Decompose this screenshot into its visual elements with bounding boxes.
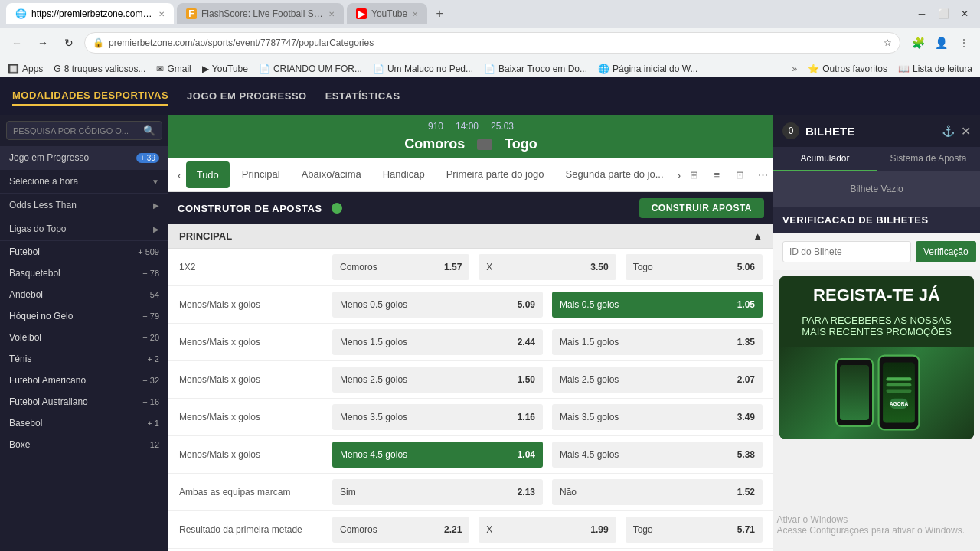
sidebar-item-odds-less[interactable]: Odds Less Than ▶ <box>0 194 168 217</box>
reload-button[interactable]: ↻ <box>58 32 80 54</box>
tab-3[interactable]: ▶ YouTube ✕ <box>347 3 427 24</box>
tab-handicap[interactable]: Handicap <box>372 161 436 189</box>
odds-menos-1-5[interactable]: Menos 1.5 golos 2.44 <box>332 329 543 355</box>
bookmark-google[interactable]: G 8 truques valiosos... <box>54 64 145 74</box>
tab-abaixo[interactable]: Abaixo/acima <box>291 161 372 189</box>
close-window-button[interactable]: ✕ <box>956 5 974 23</box>
star-icon[interactable]: ☆ <box>884 37 892 48</box>
new-tab-button[interactable]: + <box>430 5 449 23</box>
sport-tenis-label: Ténis <box>9 354 31 364</box>
odds-menos-2-5[interactable]: Menos 2.5 golos 1.50 <box>332 367 543 393</box>
odds-menos-4-5[interactable]: Menos 4.5 golos 1.04 <box>332 442 543 468</box>
bookmark-apps[interactable]: 🔲 Apps <box>8 64 43 74</box>
search-wrap[interactable]: 🔍 <box>6 121 162 140</box>
market-odds-ambas: Sim 2.13 Não 1.52 <box>332 479 763 505</box>
verificacao-input[interactable] <box>782 241 911 262</box>
extensions-icon[interactable]: 🧩 <box>908 33 928 53</box>
odds-menos-3-5[interactable]: Menos 3.5 golos 1.16 <box>332 404 543 430</box>
minimize-button[interactable]: ─ <box>913 5 931 23</box>
promo-banner[interactable]: REGISTA-TE JÁ PARA RECEBERES AS NOSSASMA… <box>779 276 974 439</box>
odds-nao[interactable]: Não 1.52 <box>552 479 763 505</box>
tabs-prev-button[interactable]: ‹ <box>175 163 185 187</box>
odds-togo-pm[interactable]: Togo 5.71 <box>626 517 763 543</box>
verificacao-button[interactable]: Verificação <box>916 241 976 262</box>
tab-1[interactable]: 🌐 https://premierbetzone.com/ao... ✕ <box>6 3 174 24</box>
bookmark-maluco[interactable]: 📄 Um Maluco no Ped... <box>373 64 473 74</box>
sidebar-sport-hoquei[interactable]: Hóquei no Gelo + 79 <box>0 305 168 327</box>
odds-sim[interactable]: Sim 2.13 <box>332 479 543 505</box>
sidebar-sport-futebol[interactable]: Futebol + 509 <box>0 241 168 262</box>
sidebar-sport-basebol[interactable]: Basebol + 1 <box>0 412 168 434</box>
odds-mais-4-5[interactable]: Mais 4.5 golos 5.38 <box>552 442 763 468</box>
odds-comoros-pm[interactable]: Comoros 2.21 <box>332 517 469 543</box>
view-list-icon[interactable]: ≡ <box>707 165 727 185</box>
bookmark-youtube[interactable]: ▶ YouTube <box>202 64 248 74</box>
sidebar-item-select-hour[interactable]: Selecione a hora ▼ <box>0 170 168 194</box>
sidebar-sport-tenis[interactable]: Ténis + 2 <box>0 348 168 370</box>
bookmark-pagina[interactable]: 🌐 Página inicial do W... <box>598 64 697 74</box>
tab-tudo[interactable]: Tudo <box>186 161 230 188</box>
nav-estatisticas[interactable]: ESTATÍSTICAS <box>325 87 400 105</box>
address-bar[interactable]: 🔒 premierbetzone.com/ao/sports/event/778… <box>84 32 900 54</box>
sidebar-sport-futebol-australiano[interactable]: Futebol Australiano + 16 <box>0 391 168 412</box>
odds-togo-1x2[interactable]: Togo 5.06 <box>626 254 763 280</box>
right-panel: 0 BILHETE ⚓ ✕ Acumulador Sistema de Apos… <box>773 115 980 551</box>
tab-primeira[interactable]: Primeira parte do jogo <box>436 161 555 189</box>
nav-jogo[interactable]: JOGO EM PROGRESSO <box>187 87 307 105</box>
bilhete-tab-sistema[interactable]: Sistema de Aposta <box>877 147 980 171</box>
sidebar-sport-basquete[interactable]: Basquetebol + 78 <box>0 262 168 284</box>
bookmark-more-button[interactable]: » <box>792 64 798 74</box>
bookmark-gmail-label: Gmail <box>167 64 191 74</box>
section-collapse-icon[interactable]: ▲ <box>753 230 763 242</box>
odds-comoros-1x2[interactable]: Comoros 1.57 <box>332 254 469 280</box>
odds-mais-2-5[interactable]: Mais 2.5 golos 2.07 <box>552 367 763 393</box>
sidebar-item-jogo-progresso[interactable]: Jogo em Progresso + 39 <box>0 146 168 170</box>
view-grid-icon[interactable]: ⊞ <box>684 165 704 185</box>
menu-icon[interactable]: ⋮ <box>954 33 974 53</box>
bookmark-outros-label: Outros favoritos <box>822 64 887 74</box>
bilhete-anchor-icon[interactable]: ⚓ <box>942 125 955 137</box>
tab-principal[interactable]: Principal <box>231 161 291 189</box>
view-compact-icon[interactable]: ⊡ <box>730 165 750 185</box>
profile-icon[interactable]: 👤 <box>931 33 951 53</box>
sidebar-sport-andebol[interactable]: Andebol + 54 <box>0 284 168 305</box>
market-odds-0-5: Menos 0.5 golos 5.09 Mais 0.5 golos 1.05 <box>332 292 763 318</box>
nav-modalidades[interactable]: MODALIDADES DESPORTIVAS <box>12 86 168 106</box>
search-input[interactable] <box>13 126 139 136</box>
odds-togo-label: Togo <box>633 262 653 272</box>
bookmark-gmail[interactable]: ✉ Gmail <box>156 64 191 74</box>
ligas-arrow: ▶ <box>153 225 159 233</box>
forward-button[interactable]: → <box>32 32 54 54</box>
sidebar-sport-boxe[interactable]: Boxe + 12 <box>0 434 168 455</box>
odds-mais-3-5[interactable]: Mais 3.5 golos 3.49 <box>552 404 763 430</box>
tab-segunda[interactable]: Segunda parte do jo... <box>555 161 675 189</box>
tabs-next-button[interactable]: › <box>675 163 684 187</box>
maximize-button[interactable]: ⬜ <box>934 5 952 23</box>
odds-x-pm[interactable]: X 1.99 <box>479 517 616 543</box>
tab-2[interactable]: F FlashScore: Live Football Sc... ✕ <box>177 3 344 24</box>
odds-togo-pm-label: Togo <box>633 524 653 535</box>
tab-3-close[interactable]: ✕ <box>412 10 418 18</box>
build-bet-button[interactable]: CONSTRUIR APOSTA <box>639 198 764 218</box>
bookmark-criando[interactable]: 📄 CRIANDO UM FOR... <box>259 64 362 74</box>
sidebar-sport-voleibol[interactable]: Voleibol + 20 <box>0 327 168 348</box>
bilhete-close-icon[interactable]: ✕ <box>961 124 971 139</box>
odds-mais-1-5[interactable]: Mais 1.5 golos 1.35 <box>552 329 763 355</box>
view-settings-icon[interactable]: ⋯ <box>753 165 773 185</box>
markets-container: PRINCIPAL ▲ 1X2 Comoros 1.57 X 3. <box>168 224 773 551</box>
odds-x-1x2[interactable]: X 3.50 <box>479 254 616 280</box>
teams-row: Comoros Togo <box>181 136 761 152</box>
back-button[interactable]: ← <box>6 32 28 54</box>
bookmark-outros[interactable]: ⭐ Outros favoritos <box>808 64 887 74</box>
sport-futebol-australiano-label: Futebol Australiano <box>9 396 88 407</box>
bookmark-baixar[interactable]: 📄 Baixar Troco em Do... <box>484 64 587 74</box>
bilhete-tab-acumulador[interactable]: Acumulador <box>773 147 877 171</box>
sidebar-item-ligas[interactable]: Ligas do Topo ▶ <box>0 217 168 241</box>
odds-menos-0-5[interactable]: Menos 0.5 golos 5.09 <box>332 292 543 318</box>
odds-mais-0-5[interactable]: Mais 0.5 golos 1.05 <box>552 292 763 318</box>
sidebar-sport-futebol-americano[interactable]: Futebol Americano + 32 <box>0 370 168 391</box>
bookmark-lista[interactable]: 📖 Lista de leitura <box>898 64 972 74</box>
tab-2-close[interactable]: ✕ <box>328 10 335 18</box>
tab-1-close[interactable]: ✕ <box>158 10 165 18</box>
odds-menos-0-5-label: Menos 0.5 golos <box>340 299 407 310</box>
